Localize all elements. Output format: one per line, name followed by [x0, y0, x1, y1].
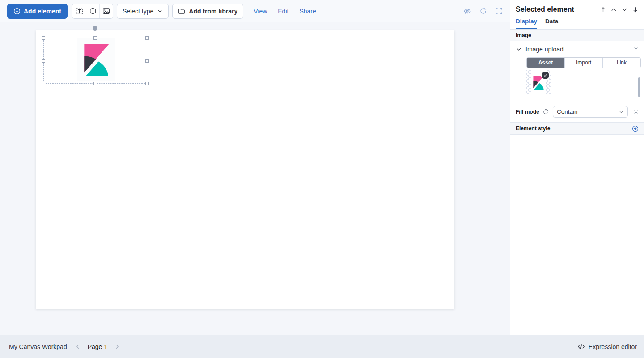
element-style-header: Element style	[510, 122, 644, 135]
resize-handle-se[interactable]	[145, 82, 149, 85]
menu-view[interactable]: View	[254, 8, 267, 15]
selected-element-panel: Selected element Di	[510, 0, 644, 335]
workspace: Add element	[0, 0, 510, 335]
tab-display[interactable]: Display	[516, 18, 537, 29]
image-upload-label: Image upload	[525, 46, 564, 53]
info-icon[interactable]	[543, 109, 549, 115]
panel-title: Selected element	[516, 5, 574, 13]
next-page-icon[interactable]	[114, 344, 120, 349]
resize-handle-e[interactable]	[145, 59, 149, 63]
panel-header: Selected element	[510, 0, 644, 18]
resize-handle-sw[interactable]	[42, 82, 45, 85]
chevron-down-icon	[619, 109, 624, 115]
chevron-down-icon	[516, 46, 522, 52]
image-element-button[interactable]	[99, 4, 113, 18]
image-upload-body: Asset Import Link	[510, 56, 644, 101]
fill-mode-select[interactable]: Contain	[553, 106, 628, 118]
fill-mode-row: Fill mode Contain	[510, 101, 644, 122]
footer-bar: My Canvas Workpad Page 1 Expression edit…	[0, 335, 644, 358]
image-upload-accordion[interactable]: Image upload	[510, 41, 644, 56]
main-row: Add element	[0, 0, 644, 335]
resize-handle-s[interactable]	[93, 82, 97, 85]
source-import-button[interactable]: Import	[564, 58, 602, 68]
shape-element-button[interactable]	[86, 4, 99, 18]
previous-page-icon[interactable]	[75, 344, 81, 349]
resize-handle-w[interactable]	[42, 59, 45, 63]
bring-forward-icon[interactable]	[610, 6, 617, 13]
add-from-library-button[interactable]: Add from library	[172, 4, 243, 19]
remove-fill-mode-icon[interactable]	[633, 109, 639, 115]
text-element-icon	[76, 7, 83, 15]
expression-editor-label: Expression editor	[589, 343, 637, 350]
asset-thumbnail[interactable]	[526, 70, 551, 94]
select-type-label: Select type	[123, 8, 153, 15]
selected-image-element[interactable]	[77, 38, 115, 81]
hexagon-shape-icon	[89, 7, 97, 15]
add-from-library-label: Add from library	[189, 8, 237, 15]
panel-tabs: Display Data	[510, 18, 644, 29]
bring-to-front-icon[interactable]	[600, 6, 606, 13]
top-toolbar: Add element	[0, 0, 510, 22]
panel-scrollbar[interactable]	[638, 77, 640, 97]
current-page-label[interactable]: Page 1	[88, 343, 107, 350]
add-element-label: Add element	[24, 8, 61, 15]
chevron-down-icon	[157, 8, 163, 14]
workpad-name[interactable]: My Canvas Workpad	[9, 343, 67, 350]
fill-mode-label: Fill mode	[516, 109, 539, 115]
add-element-button[interactable]: Add element	[7, 4, 68, 19]
text-element-button[interactable]	[72, 4, 86, 18]
kibana-logo-image	[83, 43, 110, 77]
resize-handle-nw[interactable]	[42, 36, 45, 40]
toolbar-right-icons	[463, 7, 503, 15]
code-icon	[577, 343, 585, 350]
rotation-handle[interactable]	[93, 26, 97, 31]
send-to-back-icon[interactable]	[632, 6, 639, 13]
toolbar-divider	[249, 6, 249, 16]
add-style-icon[interactable]	[632, 125, 639, 132]
image-source-group: Asset Import Link	[526, 57, 641, 68]
fill-mode-value: Contain	[557, 108, 578, 115]
fullscreen-icon[interactable]	[495, 7, 503, 15]
resize-handle-n[interactable]	[93, 36, 97, 40]
refresh-icon[interactable]	[479, 7, 487, 15]
tab-data[interactable]: Data	[545, 18, 558, 29]
canvas-app: Add element	[0, 0, 644, 358]
image-section-header: Image	[510, 29, 644, 41]
folder-icon	[178, 8, 185, 15]
source-asset-button[interactable]: Asset	[527, 58, 564, 68]
layer-order-controls	[600, 6, 639, 13]
remove-image-upload-icon[interactable]	[633, 47, 639, 52]
image-icon	[102, 7, 110, 15]
expression-editor-toggle[interactable]: Expression editor	[577, 343, 637, 350]
select-type-dropdown[interactable]: Select type	[117, 4, 169, 19]
asset-selected-check-icon	[542, 72, 549, 79]
plus-circle-icon	[13, 8, 21, 15]
quick-create-group	[72, 4, 113, 19]
source-link-button[interactable]: Link	[602, 58, 640, 68]
hide-editing-controls-icon[interactable]	[463, 7, 471, 15]
menu-share[interactable]: Share	[299, 8, 316, 15]
menu-edit[interactable]: Edit	[278, 8, 288, 15]
resize-handle-ne[interactable]	[145, 36, 149, 40]
send-backward-icon[interactable]	[621, 6, 628, 13]
page-navigation: Page 1	[75, 343, 120, 350]
